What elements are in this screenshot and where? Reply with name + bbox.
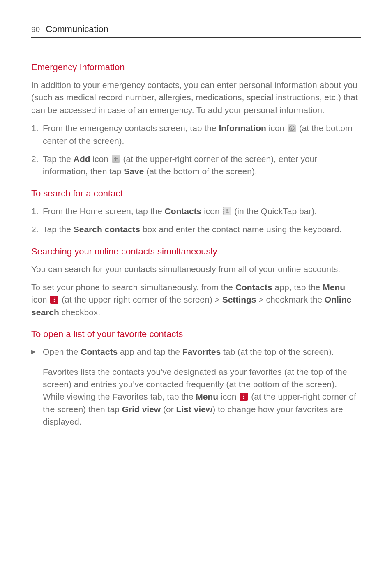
list-content: From the emergency contacts screen, tap … (43, 122, 361, 147)
text: From the Home screen, tap the (43, 206, 164, 216)
page-header: 90 Communication (31, 23, 361, 38)
text: icon (218, 392, 239, 401)
menu-icon (240, 393, 248, 401)
list-number: 1. (31, 122, 43, 147)
text: icon (31, 295, 49, 304)
list-content: From the Home screen, tap the Contacts i… (43, 205, 361, 217)
heading-emergency-info: Emergency Information (31, 61, 361, 74)
ordered-list-item: 1. From the Home screen, tap the Contact… (31, 205, 361, 217)
text: (at the upper-right corner of the screen… (59, 295, 222, 304)
bold-text: Grid view (122, 405, 161, 414)
paragraph: To set your phone to search simultaneous… (31, 281, 361, 319)
info-icon (288, 124, 296, 132)
svg-point-8 (54, 301, 55, 302)
bold-text: Contacts (164, 206, 201, 216)
text: app, tap the (272, 282, 323, 292)
list-content: Tap the Search contacts box and enter th… (43, 223, 361, 236)
text: (in the QuickTap bar). (232, 206, 317, 216)
contacts-icon (223, 207, 231, 215)
bold-text: Contacts (235, 282, 272, 292)
svg-point-10 (243, 396, 244, 398)
list-number: 1. (31, 205, 43, 217)
bold-text: Information (219, 123, 266, 133)
add-icon (112, 155, 120, 163)
bold-text: Save (124, 166, 144, 176)
text: To set your phone to search simultaneous… (31, 282, 235, 292)
svg-point-7 (54, 299, 55, 300)
bullet-marker: ▶ (31, 346, 43, 358)
list-number: 2. (31, 153, 43, 178)
list-content: Tap the Add icon (at the upper-right cor… (43, 153, 361, 178)
svg-rect-2 (291, 128, 292, 130)
text: (or (161, 405, 176, 414)
bullet-list-item: ▶ Open the Contacts app and tap the Favo… (31, 346, 361, 358)
text: app and tap the (118, 347, 182, 356)
text: Tap the (43, 224, 74, 234)
list-number: 2. (31, 223, 43, 236)
list-content: Open the Contacts app and tap the Favori… (43, 346, 361, 358)
heading-search-contact: To search for a contact (31, 187, 361, 200)
svg-point-9 (243, 395, 244, 396)
page-number: 90 (31, 24, 40, 35)
ordered-list-item: 2. Tap the Add icon (at the upper-right … (31, 153, 361, 178)
text: icon (201, 206, 222, 216)
bold-text: List view (176, 405, 213, 414)
bold-text: Add (74, 154, 90, 164)
svg-point-1 (291, 127, 292, 127)
menu-icon (50, 296, 58, 304)
bold-text: Menu (196, 392, 218, 401)
text: From the emergency contacts screen, tap … (43, 123, 219, 133)
text: icon (266, 123, 287, 133)
text: (at the bottom of the screen). (144, 166, 257, 176)
text: icon (90, 154, 111, 164)
heading-favorite-contacts: To open a list of your favorite contacts (31, 328, 361, 341)
bold-text: Search contacts (74, 224, 140, 234)
heading-online-search: Searching your online contacts simultane… (31, 245, 361, 258)
ordered-list-item: 1. From the emergency contacts screen, t… (31, 122, 361, 147)
bold-text: Contacts (81, 347, 118, 356)
text: Open the (43, 347, 81, 356)
svg-point-5 (226, 209, 228, 211)
text: > checkmark the (256, 295, 325, 304)
bold-text: Favorites (182, 347, 221, 356)
bold-text: Settings (222, 295, 256, 304)
text: Tap the (43, 154, 74, 164)
svg-point-6 (54, 298, 55, 299)
section-title: Communication (46, 23, 108, 36)
paragraph: In addition to your emergency contacts, … (31, 79, 361, 116)
text: checkbox. (59, 307, 100, 317)
svg-point-11 (243, 398, 244, 399)
ordered-list-item: 2. Tap the Search contacts box and enter… (31, 223, 361, 236)
svg-rect-4 (114, 158, 118, 159)
text: box and enter the contact name using the… (140, 224, 341, 234)
paragraph: Favorites lists the contacts you've desi… (31, 366, 361, 428)
text: tab (at the top of the screen). (221, 347, 334, 356)
bold-text: Menu (323, 282, 345, 292)
paragraph: You can search for your contacts simulta… (31, 263, 361, 275)
